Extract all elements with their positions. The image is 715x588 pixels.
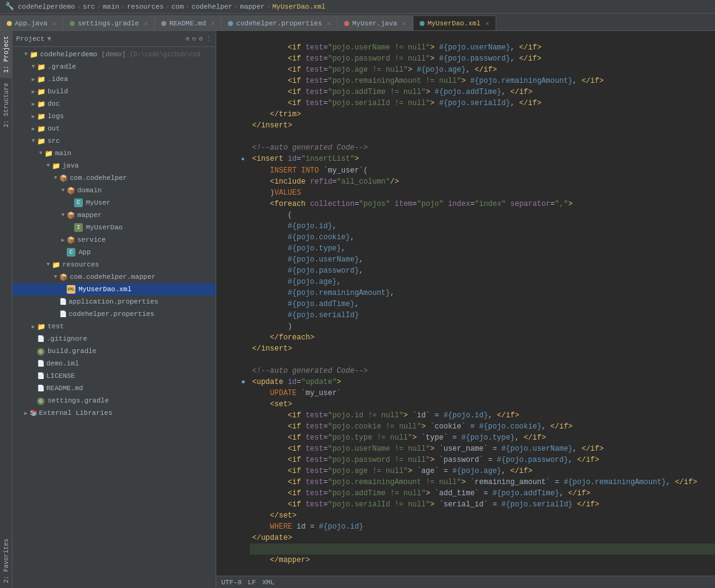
code-line: #{pojo.cookie}, [216, 232, 715, 243]
project-title: Project ▼ [16, 35, 51, 43]
tab-dot [161, 21, 166, 26]
tree-item-out[interactable]: ▶ 📁 out [12, 122, 216, 135]
folder-icon: 📁 [37, 125, 46, 133]
code-line: </foreach> [216, 332, 715, 343]
folder-icon: 📁 [30, 51, 38, 59]
code-line: #{pojo.password}, [216, 265, 715, 276]
file-icon: 📄 [37, 335, 44, 343]
code-line: #{pojo.userName}, [216, 254, 715, 265]
tree-item-src[interactable]: ▼ 📁 src [12, 135, 216, 147]
code-line: </insert> [216, 120, 715, 131]
tree-item-application-properties[interactable]: 📄 application.properties [12, 296, 216, 308]
code-line: </update> [216, 532, 715, 543]
tree-item-mapper-pkg[interactable]: ▼ 📦 mapper [12, 209, 216, 221]
code-line: ) [216, 321, 715, 332]
code-line: </set> [216, 510, 715, 521]
gradle-icon: G [37, 347, 46, 356]
folder-icon: 📁 [52, 261, 61, 269]
tree-item-java[interactable]: ▼ 📁 java [12, 160, 216, 172]
more-icon[interactable]: ⋮ [205, 35, 212, 43]
file-icon: 📄 [59, 310, 67, 318]
editor-content[interactable]: <if test="pojo.userName != null"> #{pojo… [216, 31, 715, 576]
tree-item-build[interactable]: ▶ 📁 build [12, 85, 216, 98]
gradle-icon: G [37, 397, 46, 405]
code-line: <foreach collection="pojos" item="pojo" … [216, 198, 715, 210]
tree-item-app-class[interactable]: C App [12, 246, 216, 258]
tab-readme-md[interactable]: README.md ✕ [154, 15, 221, 30]
code-line: <if test="pojo.age != null"> `age` = #{p… [216, 466, 715, 477]
tab-settings-gradle[interactable]: settings.gradle ✕ [63, 15, 154, 30]
close-icon[interactable]: ✕ [402, 20, 406, 27]
tree-item-doc[interactable]: ▶ 📁 doc [12, 98, 216, 110]
tree-item-gitignore[interactable]: 📄 .gitignore [12, 333, 216, 345]
code-line: ● <update id="update"> [216, 377, 715, 388]
sidebar-tab-favorites[interactable]: 2: Favorites [0, 534, 12, 588]
package-icon: 📦 [67, 187, 75, 195]
tree-item-license[interactable]: 📄 LICENSE [12, 370, 216, 382]
code-line: <if test="pojo.addTime != null"> #{pojo.… [216, 87, 715, 98]
tree-item-com-codehelper[interactable]: ▼ 📦 com.codehelper [12, 172, 216, 184]
code-line: <if test="pojo.remainingAmount != null">… [216, 477, 715, 488]
tree-item-readme[interactable]: 📄 README.md [12, 382, 216, 394]
tree-item-codehelper-properties[interactable]: 📄 codehelper.properties [12, 308, 216, 320]
tree-item-domain[interactable]: ▼ 📦 domain [12, 184, 216, 197]
close-icon[interactable]: ✕ [211, 20, 214, 27]
code-line: </mapper> [216, 555, 715, 566]
tree-item-test[interactable]: ▶ 📁 test [12, 320, 216, 333]
remove-icon[interactable]: ⊖ [192, 35, 197, 43]
interface-icon: I [74, 223, 84, 232]
editor-area: <if test="pojo.userName != null"> #{pojo… [216, 31, 715, 588]
tree-item-myuserdao-interface[interactable]: I MyUserDao [12, 221, 216, 234]
project-panel: Project ▼ ⊕ ⊖ ⚙ ⋮ ▼ 📁 codehelperdemo [de… [12, 31, 216, 588]
tree-item-root[interactable]: ▼ 📁 codehelperdemo [demo] (D:\code\githu… [12, 48, 216, 61]
code-line: <include refid="all_column"/> [216, 176, 715, 187]
tab-bar: App.java ✕ settings.gradle ✕ README.md ✕… [0, 14, 715, 31]
project-header: Project ▼ ⊕ ⊖ ⚙ ⋮ [12, 31, 216, 47]
tab-app-java[interactable]: App.java ✕ [0, 15, 63, 30]
tree-item-myuser[interactable]: C MyUser [12, 197, 216, 209]
code-line: <if test="pojo.password != null"> `passw… [216, 454, 715, 466]
close-icon[interactable]: ✕ [144, 20, 148, 27]
code-line: <if test="pojo.serialId != null"> `seria… [216, 499, 715, 510]
code-line: <!--auto generated Code--> [216, 365, 715, 377]
code-line: #{pojo.serialId} [216, 310, 715, 321]
tab-myuser-java[interactable]: MyUser.java ✕ [337, 15, 413, 30]
tree-item-mapper-resources[interactable]: ▼ 📦 com.codehelper.mapper [12, 271, 216, 283]
sidebar-tab-project[interactable]: 1: Project [0, 31, 12, 78]
tree-item-idea[interactable]: ▶ 📁 .idea [12, 73, 216, 85]
sidebar-tab-structure[interactable]: 2: Structure [0, 78, 12, 132]
tab-dot [7, 21, 12, 26]
app-icon: 🔧 [5, 2, 14, 11]
tree-item-gradle-dir[interactable]: ▼ 📁 .gradle [12, 61, 216, 73]
tree-item-service[interactable]: ▶ 📦 service [12, 234, 216, 246]
add-icon[interactable]: ⊕ [185, 35, 190, 43]
line-separator-label: LF [248, 579, 256, 586]
code-line: <if test="pojo.id != null"> `id` = #{poj… [216, 410, 715, 421]
tree-item-myuserdao-xml[interactable]: XML MyUserDao.xml [12, 283, 216, 296]
tree-item-build-gradle[interactable]: G build.gradle [12, 345, 216, 357]
tree-item-logs[interactable]: ▶ 📁 logs [12, 110, 216, 122]
folder-icon: 📁 [44, 150, 53, 158]
code-line [216, 31, 715, 42]
close-icon[interactable]: ✕ [53, 20, 56, 27]
close-icon[interactable]: ✕ [327, 20, 331, 27]
close-icon[interactable]: ✕ [486, 20, 489, 27]
code-line: </insert> [216, 343, 715, 354]
code-line: <if test="pojo.addTime != null"> `add_ti… [216, 488, 715, 499]
file-icon: 📄 [37, 385, 44, 392]
tree-item-external-libs[interactable]: ▶ 📚 External Libraries [12, 407, 216, 419]
tree-item-demo-iml[interactable]: 📄 demo.iml [12, 357, 216, 370]
tree-item-resources[interactable]: ▼ 📁 resources [12, 258, 216, 271]
code-line: <if test="pojo.userName != null"> `user_… [216, 443, 715, 454]
tab-dot [420, 21, 425, 26]
tab-myuserdao-xml[interactable]: MyUserDao.xml ✕ [413, 15, 496, 30]
code-line: <if test="pojo.serialId != null"> #{pojo… [216, 98, 715, 109]
code-line: #{pojo.remainingAmount}, [216, 288, 715, 299]
code-line: #{pojo.addTime}, [216, 299, 715, 310]
tree-item-settings-gradle[interactable]: G settings.gradle [12, 394, 216, 407]
settings-icon[interactable]: ⚙ [198, 35, 203, 43]
code-line: <if test="pojo.remainingAmount != null">… [216, 75, 715, 87]
tree-item-main[interactable]: ▼ 📁 main [12, 147, 216, 160]
left-strip: 1: Project 2: Structure 2: Favorites [0, 31, 12, 588]
tab-codehelper-properties[interactable]: codehelper.properties ✕ [221, 15, 337, 30]
